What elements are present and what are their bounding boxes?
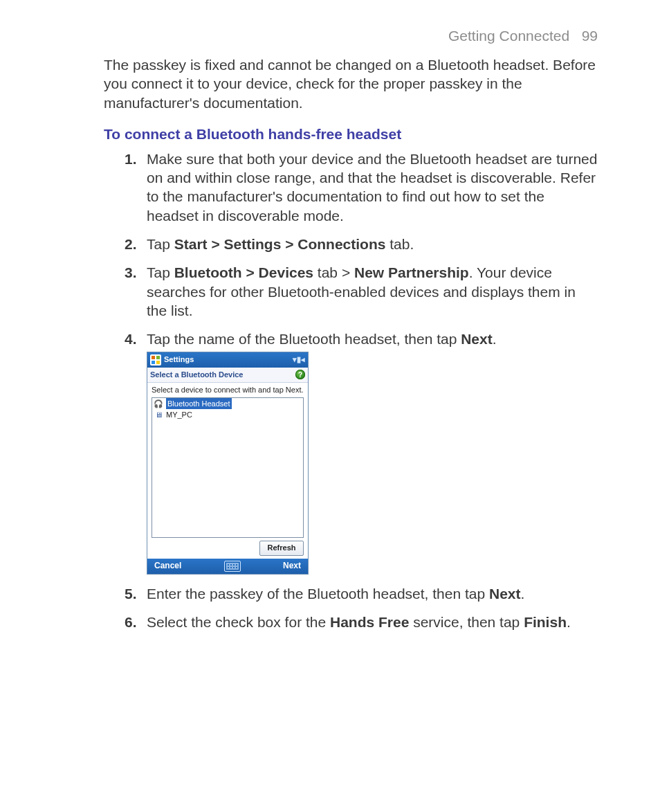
device-bottombar: Cancel Next — [147, 559, 308, 574]
device-titlebar: Settings ▾▮◂ — [147, 352, 308, 368]
section-name: Getting Connected — [448, 28, 569, 44]
step-number: 5. — [125, 584, 137, 603]
list-item-label: MY_PC — [166, 409, 192, 420]
list-item-label: Bluetooth Headset — [166, 398, 232, 409]
device-title: Settings — [164, 354, 293, 364]
step-number: 2. — [125, 235, 137, 253]
help-icon[interactable]: ? — [295, 370, 305, 379]
steps-list: 1. Make sure that both your device and t… — [125, 150, 598, 631]
step-3: 3. Tap Bluetooth > Devices tab > New Par… — [125, 263, 598, 320]
keyboard-icon[interactable] — [224, 561, 241, 572]
step-2: 2. Tap Start > Settings > Connections ta… — [125, 235, 598, 253]
section-title: To connect a Bluetooth hands-free headse… — [104, 126, 598, 143]
device-instruction: Select a device to connect with and tap … — [152, 386, 304, 395]
signal-icon: ▾▮◂ — [293, 354, 305, 364]
step-1: 1. Make sure that both your device and t… — [125, 150, 598, 225]
step-text: Make sure that both your device and the … — [147, 151, 597, 224]
document-page: Getting Connected 99 The passkey is fixe… — [0, 0, 660, 812]
cancel-button[interactable]: Cancel — [154, 561, 181, 572]
refresh-row: Refresh — [152, 538, 304, 559]
list-item[interactable]: 🎧 Bluetooth Headset — [152, 398, 303, 409]
headset-icon: 🎧 — [154, 399, 163, 408]
page-header: Getting Connected 99 — [104, 28, 598, 44]
status-icons: ▾▮◂ — [293, 354, 305, 364]
step-6: 6. Select the check box for the Hands Fr… — [125, 613, 598, 631]
page-number: 99 — [582, 28, 598, 44]
subbar-title: Select a Bluetooth Device — [150, 370, 244, 379]
step-text: Tap Start > Settings > Connections tab. — [147, 236, 414, 252]
step-number: 1. — [125, 150, 137, 168]
step-number: 4. — [125, 330, 137, 348]
step-5: 5. Enter the passkey of the Bluetooth he… — [125, 584, 598, 603]
device-body: Select a device to connect with and tap … — [147, 383, 308, 559]
step-number: 3. — [125, 263, 137, 282]
step-text: Tap the name of the Bluetooth headset, t… — [147, 331, 497, 347]
start-icon[interactable] — [150, 354, 161, 366]
step-number: 6. — [125, 613, 137, 631]
computer-icon: 🖥 — [154, 410, 163, 419]
device-listbox[interactable]: 🎧 Bluetooth Headset 🖥 MY_PC — [152, 397, 304, 538]
refresh-button[interactable]: Refresh — [259, 541, 304, 556]
step-text: Enter the passkey of the Bluetooth heads… — [147, 586, 524, 602]
list-item[interactable]: 🖥 MY_PC — [152, 409, 303, 420]
device-screenshot: Settings ▾▮◂ Select a Bluetooth Device ?… — [147, 352, 309, 575]
device-subbar: Select a Bluetooth Device ? — [147, 368, 308, 383]
step-text: Select the check box for the Hands Free … — [147, 614, 571, 630]
next-button[interactable]: Next — [283, 561, 301, 572]
step-text: Tap Bluetooth > Devices tab > New Partne… — [147, 264, 576, 318]
step-4: 4. Tap the name of the Bluetooth headset… — [125, 330, 598, 574]
intro-paragraph: The passkey is fixed and cannot be chang… — [104, 55, 598, 112]
